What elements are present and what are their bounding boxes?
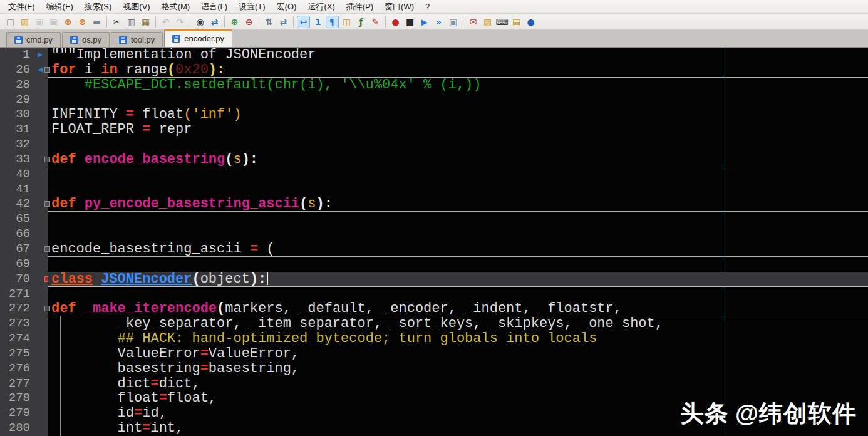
code-line[interactable]: 273 _key_separator, _item_separator, _so… [0, 316, 868, 331]
column-mode-icon[interactable]: 1 [311, 16, 324, 28]
tab-encoder.py[interactable]: encoder.py [164, 29, 232, 47]
menu-item-1[interactable]: 编辑(E) [41, 0, 79, 13]
undo-icon[interactable]: ↶ [159, 16, 172, 28]
saved-file-icon [119, 36, 127, 44]
replace-icon[interactable]: ⇄ [208, 16, 221, 28]
code-line[interactable]: 29 [0, 93, 868, 108]
code-text[interactable]: class JSONEncoder(object): [48, 272, 868, 287]
code-line[interactable]: 275 ValueError=ValueError, [0, 346, 868, 361]
function-list-icon[interactable]: ƒ [354, 16, 368, 28]
code-line[interactable]: 65 [0, 212, 868, 227]
web-browser-plugin-icon[interactable]: ● [524, 16, 537, 28]
zoom-in-icon[interactable]: ⊕ [228, 16, 241, 28]
code-line[interactable]: 67encode_basestring_ascii = ( [0, 242, 868, 257]
macro-run-multiple-icon[interactable]: » [432, 16, 445, 28]
code-text[interactable]: def _make_iterencode(markers, _default, … [48, 301, 868, 316]
tab-os.py[interactable]: os.py [62, 32, 110, 47]
code-text[interactable] [48, 182, 868, 197]
code-line[interactable]: 28 #ESCAPE_DCT.setdefault(chr(i), '\\u%0… [0, 78, 868, 93]
document-map-icon[interactable]: ◫ [340, 16, 353, 28]
code-text[interactable]: basestring=basestring, [48, 361, 868, 376]
tab-cmd.py[interactable]: cmd.py [6, 32, 61, 47]
close-icon[interactable]: ⊗ [61, 16, 75, 28]
monitoring-icon[interactable]: ✎ [369, 16, 382, 28]
cut-icon[interactable]: ✂ [110, 16, 123, 28]
code-editor[interactable]: 1▶"""Implementation of JSONEncoder26◀for… [0, 48, 868, 436]
explorer-plugin-icon[interactable]: ▨ [481, 16, 494, 28]
macro-play-icon[interactable]: ▶ [418, 16, 431, 28]
word-wrap-icon[interactable]: ↩ [297, 16, 310, 28]
menu-item-8[interactable]: 运行(X) [302, 0, 340, 13]
code-text[interactable] [48, 167, 868, 182]
code-line[interactable]: 276 basestring=basestring, [0, 361, 868, 376]
macro-save-icon[interactable]: ▣ [447, 16, 460, 28]
code-text[interactable]: _key_separator, _item_separator, _sort_k… [48, 316, 868, 331]
code-line[interactable]: 26◀for i in range(0x20): [0, 63, 868, 78]
code-text[interactable]: INFINITY = float('inf') [48, 107, 868, 122]
code-line[interactable]: 70class JSONEncoder(object): [0, 272, 868, 287]
sync-vertical-icon[interactable]: ⇅ [262, 16, 276, 28]
fold-marker-expanded-icon[interactable]: ▶ [38, 50, 43, 60]
menu-item-5[interactable]: 语言(L) [195, 0, 233, 13]
code-line[interactable]: 41 [0, 182, 868, 197]
code-line[interactable]: 271 [0, 287, 868, 302]
code-text[interactable] [48, 227, 868, 242]
code-text[interactable]: ## HACK: hand-optimized bytecode; turn g… [48, 331, 868, 346]
code-text[interactable]: ValueError=ValueError, [48, 346, 868, 361]
code-line[interactable]: 69 [0, 257, 868, 272]
code-line[interactable]: 42def py_encode_basestring_ascii(s): [0, 197, 868, 212]
show-all-characters-icon[interactable]: ¶ [326, 16, 339, 28]
zoom-out-icon[interactable]: ⊖ [242, 16, 256, 28]
sync-horizontal-icon[interactable]: ⇄ [277, 16, 290, 28]
code-text[interactable]: #ESCAPE_DCT.setdefault(chr(i), '\\u%04x'… [48, 78, 868, 93]
console-plugin-icon[interactable]: ⌨ [495, 16, 509, 28]
code-text[interactable] [48, 93, 868, 108]
code-text[interactable] [48, 212, 868, 227]
code-line[interactable]: 31FLOAT_REPR = repr [0, 122, 868, 137]
save-icon[interactable]: ▣ [33, 16, 46, 28]
save-all-icon[interactable]: ▣ [47, 16, 60, 28]
code-text[interactable]: for i in range(0x20): [48, 63, 868, 78]
menu-item-7[interactable]: 宏(O) [271, 0, 302, 13]
code-line[interactable]: 66 [0, 227, 868, 242]
menu-item-0[interactable]: 文件(F) [3, 0, 41, 13]
code-text[interactable]: def encode_basestring(s): [48, 152, 868, 167]
macro-stop-icon[interactable]: ■ [403, 16, 416, 28]
code-line[interactable]: 1▶"""Implementation of JSONEncoder [0, 48, 868, 63]
copy-icon[interactable]: ▥ [125, 16, 138, 28]
menu-item-4[interactable]: 格式(M) [156, 0, 196, 13]
code-text[interactable] [48, 257, 868, 272]
code-text[interactable]: dict=dict, [48, 376, 868, 392]
menu-item-2[interactable]: 搜索(S) [79, 0, 117, 13]
code-text[interactable]: FLOAT_REPR = repr [48, 122, 868, 137]
code-text[interactable]: encode_basestring_ascii = ( [48, 242, 868, 257]
code-line[interactable]: 30INFINITY = float('inf') [0, 107, 868, 122]
menu-item-6[interactable]: 设置(T) [233, 0, 271, 13]
code-text[interactable]: def py_encode_basestring_ascii(s): [48, 197, 868, 212]
find-icon[interactable]: ◉ [194, 16, 207, 28]
menu-item-3[interactable]: 视图(V) [117, 0, 155, 13]
snippets-plugin-icon[interactable]: ▤ [510, 16, 523, 28]
print-icon[interactable]: ▬ [90, 16, 103, 28]
new-file-icon[interactable]: ▢ [4, 16, 17, 28]
menu-item-10[interactable]: 窗口(W) [379, 0, 420, 13]
close-all-icon[interactable]: ⊗ [76, 16, 89, 28]
paste-icon[interactable]: ▦ [139, 16, 152, 28]
code-text[interactable]: """Implementation of JSONEncoder [48, 48, 868, 63]
menu-item-9[interactable]: 插件(P) [341, 0, 379, 13]
menu-item-11[interactable]: ? [420, 0, 435, 13]
code-text[interactable] [48, 287, 868, 302]
code-line[interactable]: 32 [0, 137, 868, 152]
open-file-icon[interactable]: ▨ [18, 16, 31, 28]
code-line[interactable]: 274 ## HACK: hand-optimized bytecode; tu… [0, 331, 868, 346]
mime-tools-icon[interactable]: ✉ [467, 16, 480, 28]
redo-icon[interactable]: ↷ [173, 16, 187, 28]
fold-marker-icon[interactable]: ◀ [38, 65, 43, 75]
code-line[interactable]: 277 dict=dict, [0, 376, 868, 392]
tab-tool.py[interactable]: tool.py [111, 32, 163, 47]
code-text[interactable] [48, 137, 868, 152]
code-line[interactable]: 33def encode_basestring(s): [0, 152, 868, 167]
code-line[interactable]: 272def _make_iterencode(markers, _defaul… [0, 301, 868, 316]
code-line[interactable]: 40 [0, 167, 868, 182]
macro-record-icon[interactable]: ● [389, 16, 402, 28]
